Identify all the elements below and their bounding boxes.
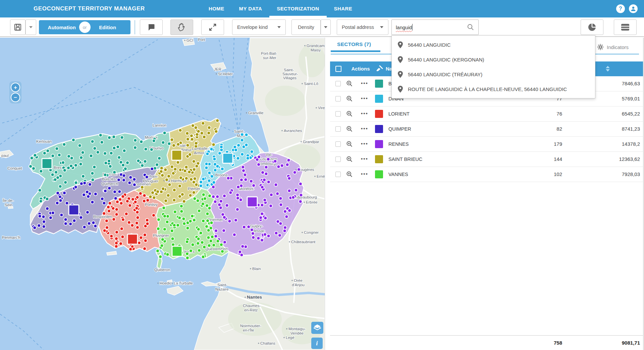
map-image[interactable]: GCIPortGrandcamp-MaisyPort-Bail-sur-MerJ…	[0, 38, 325, 350]
svg-text:Rosporden: Rosporden	[93, 215, 112, 219]
tab-sectors[interactable]: SECTORS (7)	[337, 41, 371, 47]
address-search-input[interactable]: languid	[391, 19, 479, 35]
comment-button[interactable]	[140, 19, 163, 35]
envelope-kind-label: Envelope kind	[237, 25, 268, 30]
row-checkbox[interactable]	[335, 111, 341, 117]
select-all-checkbox[interactable]	[335, 66, 341, 72]
svg-text:Brest: Brest	[54, 166, 63, 170]
svg-text:Vire: Vire	[318, 106, 325, 110]
sector-color-swatch[interactable]	[375, 125, 383, 133]
zoom-to-sector-icon[interactable]	[346, 156, 353, 163]
zoom-to-sector-icon[interactable]	[346, 111, 353, 117]
svg-text:GCI: GCI	[186, 38, 193, 42]
row-more-actions[interactable]: •••	[361, 91, 368, 106]
zoom-in-button[interactable]: +	[11, 83, 20, 92]
zoom-to-sector-icon[interactable]	[346, 126, 353, 132]
zoom-out-button[interactable]: −	[11, 93, 20, 102]
row-more-actions[interactable]: •••	[361, 167, 368, 182]
row-more-actions[interactable]: •••	[361, 122, 368, 136]
sector-color-swatch[interactable]	[375, 140, 383, 148]
svg-text:Maisy: Maisy	[311, 48, 321, 52]
svg-text:Chaumes-: Chaumes-	[243, 304, 261, 308]
sector-color-swatch[interactable]	[375, 80, 383, 88]
search-icon[interactable]	[467, 24, 474, 31]
zoom-to-sector-icon[interactable]	[346, 141, 353, 147]
indicators-button[interactable]: Indicators	[597, 44, 629, 50]
row-more-actions[interactable]: •••	[361, 76, 368, 91]
nav-item-sectorization[interactable]: SECTORIZATION	[269, 0, 326, 17]
sector-color-swatch[interactable]	[375, 155, 383, 163]
mode-toggle[interactable]: Automation Edition or	[39, 20, 130, 34]
automation-option[interactable]: Automation	[39, 25, 85, 30]
svg-text:Port-Bail-: Port-Bail-	[261, 51, 277, 55]
app-title: GEOCONCEPT TERRITORY MANAGER	[34, 0, 145, 17]
sector-color-swatch[interactable]	[375, 170, 383, 178]
sort-icon[interactable]	[606, 66, 610, 72]
map-pin-icon	[398, 56, 403, 63]
row-more-actions[interactable]: •••	[361, 137, 368, 151]
map-info-button[interactable]: i	[311, 338, 323, 349]
row-checkbox[interactable]	[335, 157, 341, 162]
row-more-actions[interactable]: •••	[361, 106, 368, 121]
pan-tool-button[interactable]	[170, 19, 193, 35]
column-header-actions[interactable]: Actions	[349, 61, 372, 76]
save-button[interactable]	[10, 19, 25, 35]
svg-text:Pontivy: Pontivy	[145, 203, 158, 207]
sector-name: VANNES	[388, 167, 408, 182]
density-button[interactable]: Density	[291, 19, 321, 35]
suggestion-item[interactable]: ROUTE DE LANGUIDIC À LA CHAPELLE-NEUVE, …	[392, 82, 595, 96]
sector-color-swatch[interactable]	[375, 95, 383, 103]
toolbar: Automation Edition or Envelope kind	[0, 17, 644, 37]
svg-text:Sein: Sein	[5, 203, 12, 207]
help-button[interactable]: ?	[616, 4, 625, 13]
row-checkbox[interactable]	[335, 172, 341, 177]
svg-text:Erbrée: Erbrée	[306, 200, 318, 204]
suggestion-item[interactable]: 56440 LANGUIDIC (KERGONAN)	[392, 52, 595, 67]
svg-text:Montaigu-: Montaigu-	[288, 327, 306, 331]
layers-button[interactable]	[311, 322, 323, 334]
nav-item-home[interactable]: HOME	[201, 0, 232, 17]
save-options-button[interactable]	[25, 19, 36, 35]
sector-name: SAINT BRIEUC	[388, 152, 422, 167]
row-checkbox[interactable]	[335, 126, 341, 132]
zoom-to-sector-icon[interactable]	[346, 171, 353, 178]
address-suggestions-dropdown: 56440 LANGUIDIC56440 LANGUIDIC (KERGONAN…	[391, 35, 595, 98]
sector-color-swatch[interactable]	[375, 110, 383, 118]
fullscreen-button[interactable]	[201, 19, 224, 35]
chevron-down-icon	[29, 26, 33, 28]
expand-icon	[209, 23, 217, 31]
address-type-dropdown[interactable]: Postal address	[337, 19, 388, 35]
row-checkbox[interactable]	[335, 96, 341, 101]
minus-icon: −	[14, 95, 17, 100]
user-account-button[interactable]	[629, 4, 638, 13]
nav-item-my-data[interactable]: MY DATA	[232, 0, 270, 17]
suggestion-item[interactable]: 56440 LANGUIDIC	[392, 37, 595, 52]
suggestion-item[interactable]: 56440 LANGUIDIC (TRÉAURAY)	[392, 67, 595, 82]
paintbrush-icon[interactable]	[376, 65, 383, 73]
zoom-to-sector-icon[interactable]	[346, 80, 353, 87]
sector-count: 82	[556, 122, 562, 136]
nav-item-share[interactable]: SHARE	[327, 0, 360, 17]
envelope-kind-dropdown[interactable]: Envelope kind	[232, 19, 286, 35]
svg-text:d'Anjou: d'Anjou	[292, 283, 305, 287]
svg-text:Saint-Lô: Saint-Lô	[304, 82, 318, 86]
row-more-actions[interactable]: •••	[361, 152, 368, 167]
app-window: GEOCONCEPT TERRITORY MANAGER HOMEMY DATA…	[0, 0, 644, 350]
svg-text:Penmarc'h: Penmarc'h	[2, 235, 20, 239]
address-type-label: Postal address	[342, 25, 374, 30]
svg-text:Val-: Val-	[266, 152, 272, 157]
row-checkbox[interactable]	[335, 81, 341, 86]
density-options-button[interactable]	[321, 19, 331, 35]
table-row: •••VANNES1027928,03	[330, 167, 644, 182]
list-view-button[interactable]	[614, 19, 637, 35]
svg-text:Orée: Orée	[294, 278, 303, 282]
suggestion-text: 56440 LANGUIDIC (KERGONAN)	[408, 57, 484, 62]
zoom-to-sector-icon[interactable]	[346, 95, 353, 102]
chart-view-button[interactable]	[581, 19, 603, 35]
suggestion-text: 56440 LANGUIDIC	[408, 42, 451, 48]
sector-name: LORIENT	[388, 106, 410, 121]
svg-text:St Helier: St Helier	[218, 72, 233, 76]
map-canvas[interactable]: GCIPortGrandcamp-MaisyPort-Bail-sur-MerJ…	[0, 38, 325, 350]
edition-option[interactable]: Edition	[85, 25, 131, 30]
row-checkbox[interactable]	[335, 141, 341, 147]
